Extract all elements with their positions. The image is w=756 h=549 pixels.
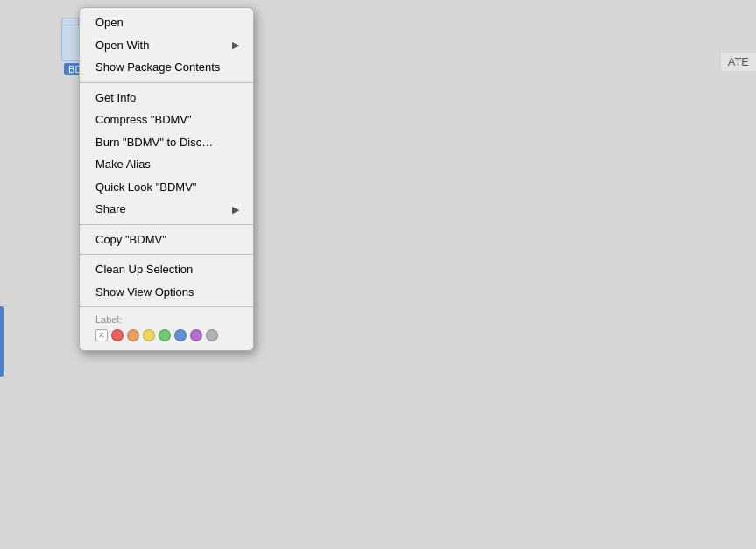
label-color-none[interactable]: ✕: [95, 329, 108, 341]
label-color-red[interactable]: [111, 329, 124, 341]
menu-item-copy[interactable]: Copy "BDMV": [80, 229, 253, 251]
separator-2: [80, 224, 253, 225]
left-accent-bar: [0, 306, 4, 377]
separator-1: [80, 82, 253, 83]
menu-item-share[interactable]: Share ▶: [80, 198, 253, 221]
partial-text: ATE: [721, 53, 756, 71]
label-color-blue[interactable]: [174, 329, 187, 341]
menu-item-open[interactable]: Open: [80, 11, 253, 34]
label-title: Label:: [95, 314, 239, 325]
menu-item-make-alias[interactable]: Make Alias: [80, 153, 253, 176]
menu-item-open-with[interactable]: Open With ▶: [80, 34, 253, 57]
context-menu: Open Open With ▶ Show Package Contents G…: [79, 7, 254, 351]
menu-item-show-view-options[interactable]: Show View Options: [80, 281, 253, 304]
menu-item-compress[interactable]: Compress "BDMV": [80, 109, 253, 131]
menu-item-burn[interactable]: Burn "BDMV" to Disc…: [80, 131, 253, 154]
folder-tab: [61, 18, 79, 25]
label-color-gray[interactable]: [206, 329, 218, 341]
open-with-arrow: ▶: [232, 38, 239, 53]
share-arrow: ▶: [232, 202, 239, 217]
menu-item-clean-up[interactable]: Clean Up Selection: [80, 258, 253, 281]
label-color-green[interactable]: [159, 329, 171, 341]
menu-item-get-info[interactable]: Get Info: [80, 87, 253, 109]
label-color-yellow[interactable]: [143, 329, 155, 341]
label-colors-row: ✕: [95, 329, 239, 341]
label-section: Label: ✕: [80, 311, 253, 347]
label-color-orange[interactable]: [127, 329, 139, 341]
separator-4: [80, 306, 253, 307]
menu-item-quick-look[interactable]: Quick Look "BDMV": [80, 176, 253, 199]
label-color-purple[interactable]: [190, 329, 202, 341]
menu-item-show-package-contents[interactable]: Show Package Contents: [80, 56, 253, 79]
separator-3: [80, 254, 253, 255]
desktop: BDMV ATE Open Open With ▶ Show Package C…: [0, 0, 756, 549]
